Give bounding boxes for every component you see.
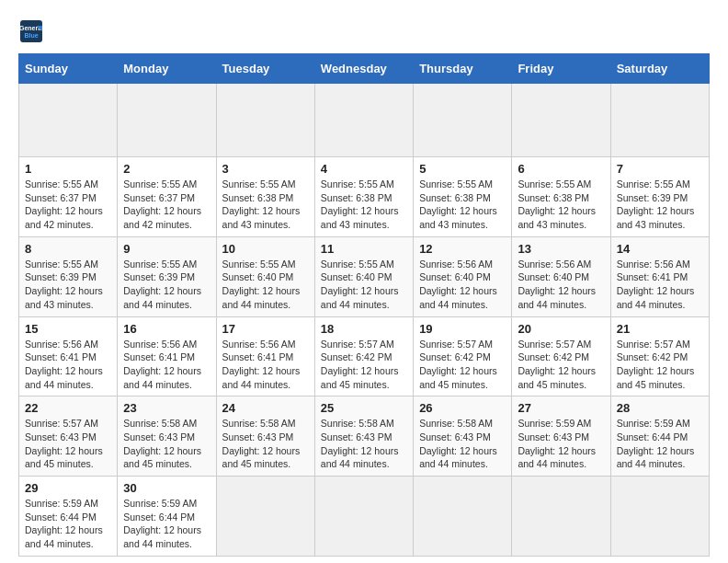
svg-rect-0 xyxy=(20,20,42,42)
calendar-cell: 17Sunrise: 5:56 AM Sunset: 6:41 PM Dayli… xyxy=(216,316,314,396)
calendar-cell: 7Sunrise: 5:55 AM Sunset: 6:39 PM Daylig… xyxy=(610,157,709,237)
day-number: 4 xyxy=(321,162,407,176)
day-number: 18 xyxy=(321,322,407,336)
day-number: 8 xyxy=(25,242,111,256)
calendar-week-row: 8Sunrise: 5:55 AM Sunset: 6:39 PM Daylig… xyxy=(19,236,710,316)
calendar-cell: 28Sunrise: 5:59 AM Sunset: 6:44 PM Dayli… xyxy=(610,396,709,477)
calendar-cell: 3Sunrise: 5:55 AM Sunset: 6:38 PM Daylig… xyxy=(216,157,314,237)
calendar-cell: 26Sunrise: 5:58 AM Sunset: 6:43 PM Dayli… xyxy=(414,396,512,477)
calendar-cell: 5Sunrise: 5:55 AM Sunset: 6:38 PM Daylig… xyxy=(414,157,512,237)
day-info: Sunrise: 5:56 AM Sunset: 6:41 PM Dayligh… xyxy=(123,338,210,392)
day-info: Sunrise: 5:55 AM Sunset: 6:38 PM Dayligh… xyxy=(518,178,604,232)
svg-text:Blue: Blue xyxy=(24,32,38,39)
day-number: 3 xyxy=(222,162,309,176)
calendar-cell: 18Sunrise: 5:57 AM Sunset: 6:42 PM Dayli… xyxy=(314,316,413,396)
day-info: Sunrise: 5:58 AM Sunset: 6:43 PM Dayligh… xyxy=(123,417,210,471)
day-info: Sunrise: 5:56 AM Sunset: 6:41 PM Dayligh… xyxy=(617,258,703,312)
day-info: Sunrise: 5:58 AM Sunset: 6:43 PM Dayligh… xyxy=(321,417,407,471)
calendar-week-row xyxy=(19,84,710,157)
calendar-cell xyxy=(314,84,413,157)
calendar-cell: 21Sunrise: 5:57 AM Sunset: 6:42 PM Dayli… xyxy=(610,316,709,396)
day-info: Sunrise: 5:57 AM Sunset: 6:42 PM Dayligh… xyxy=(419,338,506,392)
day-number: 5 xyxy=(419,162,506,176)
calendar-cell: 9Sunrise: 5:55 AM Sunset: 6:39 PM Daylig… xyxy=(118,236,216,316)
day-number: 23 xyxy=(123,401,210,415)
day-number: 11 xyxy=(321,242,407,256)
calendar-cell: 29Sunrise: 5:59 AM Sunset: 6:44 PM Dayli… xyxy=(19,477,118,557)
col-header-thursday: Thursday xyxy=(414,54,512,84)
day-number: 1 xyxy=(25,162,111,176)
calendar-cell: 15Sunrise: 5:56 AM Sunset: 6:41 PM Dayli… xyxy=(19,316,118,396)
calendar-table: SundayMondayTuesdayWednesdayThursdayFrid… xyxy=(18,53,710,557)
calendar-cell: 4Sunrise: 5:55 AM Sunset: 6:38 PM Daylig… xyxy=(314,157,413,237)
day-info: Sunrise: 5:56 AM Sunset: 6:40 PM Dayligh… xyxy=(419,258,506,312)
day-number: 30 xyxy=(123,481,210,495)
col-header-tuesday: Tuesday xyxy=(216,54,314,84)
calendar-cell: 19Sunrise: 5:57 AM Sunset: 6:42 PM Dayli… xyxy=(414,316,512,396)
calendar-week-row: 15Sunrise: 5:56 AM Sunset: 6:41 PM Dayli… xyxy=(19,316,710,396)
day-number: 16 xyxy=(123,322,210,336)
calendar-cell: 24Sunrise: 5:58 AM Sunset: 6:43 PM Dayli… xyxy=(216,396,314,477)
day-info: Sunrise: 5:55 AM Sunset: 6:38 PM Dayligh… xyxy=(222,178,309,232)
day-number: 21 xyxy=(617,322,703,336)
calendar-cell xyxy=(19,84,118,157)
calendar-cell xyxy=(216,84,314,157)
col-header-monday: Monday xyxy=(118,54,216,84)
calendar-cell: 30Sunrise: 5:59 AM Sunset: 6:44 PM Dayli… xyxy=(118,477,216,557)
day-number: 6 xyxy=(518,162,604,176)
day-number: 17 xyxy=(222,322,309,336)
col-header-saturday: Saturday xyxy=(610,54,709,84)
day-info: Sunrise: 5:56 AM Sunset: 6:41 PM Dayligh… xyxy=(222,338,309,392)
calendar-cell: 1Sunrise: 5:55 AM Sunset: 6:37 PM Daylig… xyxy=(19,157,118,237)
day-info: Sunrise: 5:58 AM Sunset: 6:43 PM Dayligh… xyxy=(222,417,309,471)
day-info: Sunrise: 5:57 AM Sunset: 6:42 PM Dayligh… xyxy=(321,338,407,392)
day-number: 9 xyxy=(123,242,210,256)
logo: General Blue xyxy=(18,18,48,44)
calendar-cell xyxy=(314,477,413,557)
day-number: 13 xyxy=(518,242,604,256)
calendar-cell: 10Sunrise: 5:55 AM Sunset: 6:40 PM Dayli… xyxy=(216,236,314,316)
calendar-cell: 27Sunrise: 5:59 AM Sunset: 6:43 PM Dayli… xyxy=(512,396,610,477)
day-info: Sunrise: 5:59 AM Sunset: 6:44 PM Dayligh… xyxy=(123,497,210,551)
calendar-cell xyxy=(414,84,512,157)
day-info: Sunrise: 5:58 AM Sunset: 6:43 PM Dayligh… xyxy=(419,417,506,471)
day-number: 10 xyxy=(222,242,309,256)
day-number: 14 xyxy=(617,242,703,256)
calendar-cell xyxy=(610,84,709,157)
calendar-cell: 16Sunrise: 5:56 AM Sunset: 6:41 PM Dayli… xyxy=(118,316,216,396)
day-info: Sunrise: 5:55 AM Sunset: 6:39 PM Dayligh… xyxy=(617,178,703,232)
day-info: Sunrise: 5:59 AM Sunset: 6:43 PM Dayligh… xyxy=(518,417,604,471)
day-info: Sunrise: 5:57 AM Sunset: 6:42 PM Dayligh… xyxy=(617,338,703,392)
day-number: 28 xyxy=(617,401,703,415)
day-number: 22 xyxy=(25,401,111,415)
calendar-cell: 22Sunrise: 5:57 AM Sunset: 6:43 PM Dayli… xyxy=(19,396,118,477)
calendar-cell xyxy=(118,84,216,157)
calendar-cell xyxy=(414,477,512,557)
calendar-cell: 14Sunrise: 5:56 AM Sunset: 6:41 PM Dayli… xyxy=(610,236,709,316)
day-number: 20 xyxy=(518,322,604,336)
day-number: 2 xyxy=(123,162,210,176)
day-info: Sunrise: 5:55 AM Sunset: 6:38 PM Dayligh… xyxy=(321,178,407,232)
day-number: 25 xyxy=(321,401,407,415)
calendar-cell xyxy=(512,477,610,557)
day-info: Sunrise: 5:59 AM Sunset: 6:44 PM Dayligh… xyxy=(617,417,703,471)
col-header-sunday: Sunday xyxy=(19,54,118,84)
col-header-wednesday: Wednesday xyxy=(314,54,413,84)
calendar-cell: 8Sunrise: 5:55 AM Sunset: 6:39 PM Daylig… xyxy=(19,236,118,316)
day-number: 26 xyxy=(419,401,506,415)
day-info: Sunrise: 5:59 AM Sunset: 6:44 PM Dayligh… xyxy=(25,497,111,551)
day-number: 27 xyxy=(518,401,604,415)
col-header-friday: Friday xyxy=(512,54,610,84)
day-number: 24 xyxy=(222,401,309,415)
calendar-cell xyxy=(216,477,314,557)
calendar-cell xyxy=(610,477,709,557)
day-number: 29 xyxy=(25,481,111,495)
day-info: Sunrise: 5:57 AM Sunset: 6:43 PM Dayligh… xyxy=(25,417,111,471)
logo-icon: General Blue xyxy=(18,18,44,44)
calendar-cell: 6Sunrise: 5:55 AM Sunset: 6:38 PM Daylig… xyxy=(512,157,610,237)
day-number: 15 xyxy=(25,322,111,336)
day-info: Sunrise: 5:55 AM Sunset: 6:37 PM Dayligh… xyxy=(25,178,111,232)
day-number: 12 xyxy=(419,242,506,256)
day-info: Sunrise: 5:55 AM Sunset: 6:40 PM Dayligh… xyxy=(222,258,309,312)
calendar-week-row: 29Sunrise: 5:59 AM Sunset: 6:44 PM Dayli… xyxy=(19,477,710,557)
